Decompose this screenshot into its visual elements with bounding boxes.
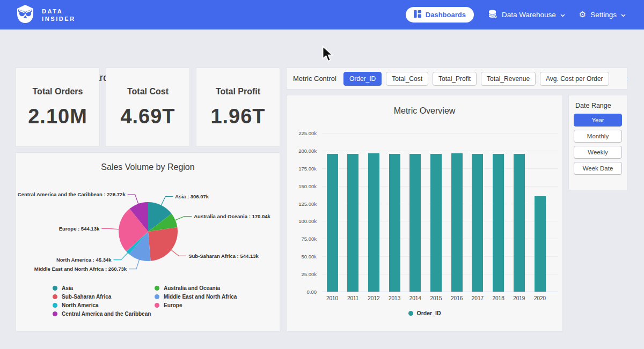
date-range-option-weekly[interactable]: Weekly: [574, 146, 622, 159]
metric-option-order-id[interactable]: Order_ID: [343, 72, 382, 86]
pie-label-line: [101, 228, 120, 229]
gear-icon: ⚙: [579, 11, 586, 19]
y-axis-tick: 75.00k: [287, 236, 317, 242]
sales-volume-panel: Asia : 306.07kAustralia and Oceania : 17…: [16, 153, 280, 331]
kpi-label: Total Cost: [127, 87, 169, 96]
pie-label-sub-saharan-africa: Sub-Saharan Africa : 544.13k: [188, 253, 259, 259]
kpi-card-total-orders: Total Orders 2.10M: [16, 68, 99, 146]
pie-legend-item-asia[interactable]: Asia: [53, 285, 155, 291]
x-axis-tick: 2018: [488, 295, 509, 301]
legend-label: Middle East and North Africa: [164, 294, 237, 300]
legend-dot: [408, 311, 413, 316]
bar-2013[interactable]: [389, 154, 400, 292]
metric-control-options: Order_IDTotal_CostTotal_ProfitTotal_Reve…: [343, 72, 609, 86]
pie-legend-item-central-america-and-the-caribbean[interactable]: Central America and the Caribbean: [53, 311, 155, 317]
top-navbar: DATA INSIDER Dashboards: [0, 0, 644, 29]
y-axis-tick: 25.00k: [287, 271, 317, 277]
bar-2012[interactable]: [368, 153, 379, 292]
pie-label-line: [160, 197, 173, 206]
chevron-down-icon: [560, 11, 565, 19]
legend-dot: [53, 286, 57, 291]
y-axis-tick: 150.00k: [287, 183, 317, 189]
pie-legend: AsiaAustralia and OceaniaSub-Saharan Afr…: [53, 285, 237, 317]
kpi-label: Total Orders: [33, 87, 83, 96]
brand-logo: DATA INSIDER: [15, 4, 76, 26]
x-axis-tick: 2019: [508, 295, 530, 301]
legend-dot: [53, 294, 57, 299]
x-axis-tick: 2016: [446, 295, 467, 301]
legend-label: North America: [62, 302, 99, 308]
y-axis-tick: 200.00k: [287, 148, 317, 154]
gridline: [322, 151, 558, 151]
bar-2010[interactable]: [327, 154, 338, 292]
pie-legend-item-australia-and-oceania[interactable]: Australia and Oceania: [155, 285, 237, 291]
nav-settings[interactable]: ⚙ Settings: [579, 11, 626, 19]
nav-dashboards-label: Dashboards: [426, 11, 466, 19]
nav-dashboards-button[interactable]: Dashboards: [406, 7, 474, 23]
bar-2020[interactable]: [535, 196, 546, 292]
legend-dot: [155, 303, 159, 308]
bar-2018[interactable]: [493, 154, 504, 292]
pie-legend-item-europe[interactable]: Europe: [155, 302, 237, 308]
date-range-option-year[interactable]: Year: [574, 114, 622, 127]
legend-label: Sub-Saharan Africa: [62, 294, 111, 300]
legend-dot: [53, 303, 57, 308]
metric-option-avg-cost-per-order[interactable]: Avg. Cost per Order: [540, 72, 609, 86]
nav-data-warehouse[interactable]: Data Warehouse: [488, 10, 565, 20]
legend-label: Europe: [164, 302, 182, 308]
pie-label-asia: Asia : 306.07k: [175, 194, 209, 199]
brand-line1: DATA: [42, 8, 76, 15]
bar-2011[interactable]: [347, 154, 358, 292]
bar-chart-title: Metric Overview: [287, 106, 562, 116]
legend-label: Australia and Oceania: [164, 285, 220, 291]
metric-option-total-revenue[interactable]: Total_Revenue: [481, 72, 536, 86]
date-range-panel: Date Range YearMonthlyWeeklyWeek Date: [569, 95, 627, 190]
x-axis-tick: 2015: [426, 295, 447, 301]
y-axis-tick: 100.00k: [287, 218, 317, 224]
gridline: [322, 133, 558, 133]
metric-control-label: Metric Control: [293, 75, 336, 83]
pie-label-line: [128, 195, 139, 205]
y-axis-tick: 0.00: [287, 289, 317, 295]
database-icon: [488, 10, 497, 20]
date-range-options: YearMonthlyWeeklyWeek Date: [574, 114, 622, 175]
dashboard-header: Sales Dashboard Add Filter Boost:: [0, 29, 644, 64]
pie-legend-item-sub-saharan-africa[interactable]: Sub-Saharan Africa: [53, 294, 155, 300]
bar-2017[interactable]: [472, 154, 483, 292]
metric-option-total-profit[interactable]: Total_Profit: [433, 72, 477, 86]
kpi-value: 2.10M: [28, 105, 87, 128]
nav-data-warehouse-label: Data Warehouse: [502, 11, 556, 19]
date-range-option-week-date[interactable]: Week Date: [574, 162, 622, 175]
x-axis-tick: 2017: [467, 295, 488, 301]
x-axis-tick: 2014: [405, 295, 426, 301]
bar-2014[interactable]: [409, 154, 421, 292]
dashboard-grid-icon: [414, 10, 421, 19]
kpi-card-total-cost: Total Cost 4.69T: [106, 68, 189, 146]
pie-label-line: [174, 217, 192, 221]
pie-label-line: [171, 249, 187, 256]
bar-2019[interactable]: [514, 154, 525, 292]
pie-label-central-america-and-the-caribbean: Central America and the Caribbean : 226.…: [18, 191, 126, 197]
legend-dot: [155, 286, 159, 291]
metric-option-total-cost[interactable]: Total_Cost: [386, 72, 428, 86]
pie-label-north-america: North America : 45.34k: [56, 257, 112, 263]
date-range-option-monthly[interactable]: Monthly: [574, 130, 622, 143]
metric-control-bar: Metric Control Order_IDTotal_CostTotal_P…: [287, 68, 627, 89]
pie-label-australia-and-oceania: Australia and Oceania : 170.04k: [194, 213, 270, 219]
pie-slice-sub-saharan-africa[interactable]: [148, 227, 178, 261]
metric-overview-panel: Metric Overview 0.0025.00k50.00k75.00k10…: [287, 95, 562, 331]
bar-2015[interactable]: [430, 154, 442, 292]
kpi-row: Total Orders 2.10M Total Cost 4.69T Tota…: [16, 68, 280, 146]
y-axis-tick: 125.00k: [287, 201, 317, 207]
bar-2016[interactable]: [451, 153, 463, 292]
x-axis-tick: 2012: [363, 295, 384, 301]
pie-label-europe: Europe : 544.13k: [59, 226, 100, 232]
nav-settings-label: Settings: [590, 11, 617, 19]
x-axis-tick: 2010: [321, 295, 343, 301]
y-axis-tick: 50.00k: [287, 254, 317, 259]
bar-chart-legend[interactable]: Order_ID: [287, 310, 562, 316]
pie-legend-item-middle-east-and-north-africa[interactable]: Middle East and North Africa: [155, 294, 237, 300]
pie-label-line: [113, 252, 128, 259]
pie-legend-item-north-america[interactable]: North America: [53, 302, 155, 308]
y-axis-tick: 225.00k: [287, 130, 317, 136]
